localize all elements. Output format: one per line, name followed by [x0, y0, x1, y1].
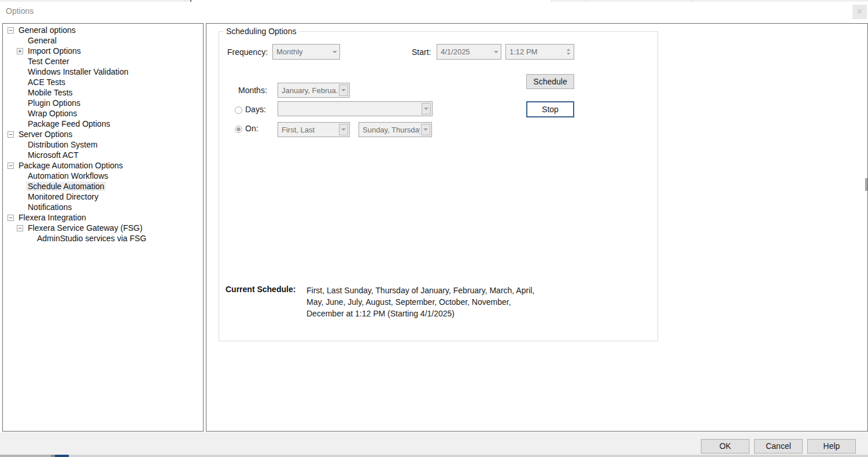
tree-item[interactable]: Package Feed Options [3, 119, 203, 129]
background-window-strip [0, 0, 868, 2]
frequency-value: Monthly [276, 47, 330, 56]
start-date-dropdown[interactable]: 4/1/2025 [437, 44, 501, 60]
tree-item-label[interactable]: Notifications [26, 202, 73, 212]
tree-item[interactable]: Monitored Directory [3, 191, 203, 202]
tree-item[interactable]: Plugin Options [3, 98, 203, 108]
dialog-footer: OK Cancel Help [0, 432, 868, 455]
tree-item-label[interactable]: Automation Workflows [26, 171, 110, 180]
dialog-title: Options [6, 6, 34, 16]
days-radio[interactable] [235, 106, 242, 114]
chevron-down-icon [492, 45, 501, 59]
on-weekday-value: Sunday, Thursday [363, 126, 420, 134]
current-schedule-text: First, Last Sunday, Thursday of January,… [306, 285, 534, 319]
tree-item[interactable]: General [3, 35, 203, 46]
options-dialog: Options ✕ −General optionsGeneral+Import… [0, 0, 868, 457]
chevron-down-icon [339, 124, 348, 135]
start-time-value: 1:12 PM [509, 47, 563, 56]
tree-item[interactable]: −Server Options [3, 129, 203, 139]
taskbar-segment [51, 455, 55, 457]
days-label: Days: [245, 105, 266, 114]
tree-item[interactable]: Microsoft ACT [3, 150, 203, 160]
tree-item-label[interactable]: Distribution System [26, 140, 99, 149]
top-strip-divider [184, 0, 185, 2]
spinner-up-down-icon[interactable] [563, 45, 574, 59]
tree-item[interactable]: −General options [3, 25, 203, 35]
on-ordinal-value: First, Last [282, 126, 338, 134]
tree-item-label[interactable]: Package Automation Options [17, 161, 125, 170]
tree-item[interactable]: −Flexera Service Gateway (FSG) [3, 223, 203, 233]
tree-item-label[interactable]: Plugin Options [26, 98, 82, 108]
months-value: January, Februa... [282, 86, 338, 95]
tree-item[interactable]: −Flexera Integration [3, 212, 203, 223]
tree-item[interactable]: −Package Automation Options [3, 160, 203, 171]
collapse-icon[interactable]: − [8, 27, 14, 34]
tree-item[interactable]: Automation Workflows [3, 171, 203, 181]
current-schedule-line: First, Last Sunday, Thursday of January,… [306, 285, 534, 296]
start-date-value: 4/1/2025 [441, 47, 492, 56]
tree-item-label[interactable]: Microsoft ACT [26, 150, 80, 160]
tree-item-label[interactable]: Wrap Options [26, 109, 79, 118]
tree-item-label[interactable]: Flexera Integration [17, 213, 88, 222]
on-label: On: [245, 124, 258, 133]
collapse-icon[interactable]: − [8, 163, 14, 169]
tree-item[interactable]: Notifications [3, 202, 203, 212]
tree-item[interactable]: Schedule Automation [3, 181, 203, 191]
tree-item-label[interactable]: Monitored Directory [26, 192, 100, 201]
on-ordinal-dropdown[interactable]: First, Last [278, 122, 350, 137]
tree-item-label[interactable]: General options [17, 25, 77, 35]
tree-item-label[interactable]: Test Center [26, 57, 71, 66]
top-strip-divider [190, 0, 191, 2]
start-label: Start: [412, 47, 431, 57]
tree-item[interactable]: AdminStudio services via FSG [3, 233, 203, 244]
chevron-down-icon [339, 84, 348, 96]
taskbar-strip [0, 455, 868, 457]
chevron-down-icon [421, 124, 430, 135]
tree-item-label[interactable]: ACE Tests [26, 78, 67, 87]
tree-item[interactable]: Mobile Tests [3, 87, 203, 98]
months-dropdown[interactable]: January, Februa... [278, 83, 350, 98]
scheduling-content-panel: Scheduling Options Frequency: Monthly St… [206, 23, 868, 432]
collapse-icon[interactable]: − [8, 131, 14, 138]
help-button[interactable]: Help [807, 439, 856, 454]
tree-item-label[interactable]: General [26, 36, 58, 45]
taskbar-segment [55, 455, 69, 457]
taskbar-segment [0, 455, 51, 457]
stop-button[interactable]: Stop [526, 101, 574, 117]
tree-item-label[interactable]: Mobile Tests [26, 88, 75, 97]
tree-item-label[interactable]: AdminStudio services via FSG [35, 234, 148, 243]
top-strip-divider [692, 0, 693, 2]
tree-item[interactable]: Test Center [3, 56, 203, 67]
tree-item[interactable]: +Import Options [3, 46, 203, 56]
frequency-label: Frequency: [227, 47, 268, 57]
tree-item-label[interactable]: Schedule Automation [26, 182, 106, 191]
cancel-button[interactable]: Cancel [754, 439, 803, 454]
current-schedule-label: Current Schedule: [226, 285, 296, 294]
close-icon[interactable]: ✕ [852, 5, 867, 19]
tree-item-label[interactable]: Windows Installer Validation [26, 67, 130, 76]
tree-item-label[interactable]: Import Options [26, 46, 83, 56]
top-strip-divider [585, 0, 586, 2]
on-radio[interactable] [235, 126, 242, 133]
options-tree[interactable]: −General optionsGeneral+Import OptionsTe… [2, 23, 204, 432]
ok-button[interactable]: OK [701, 439, 749, 454]
expand-icon[interactable]: + [17, 48, 23, 54]
scheduling-options-groupbox: Scheduling Options Frequency: Monthly St… [219, 31, 658, 341]
collapse-icon[interactable]: − [8, 215, 14, 221]
tree-item[interactable]: Wrap Options [3, 108, 203, 119]
days-dropdown[interactable] [278, 101, 433, 116]
tree-item-label[interactable]: Flexera Service Gateway (FSG) [26, 223, 144, 233]
frequency-dropdown[interactable]: Monthly [272, 44, 340, 60]
scrollbar-fragment[interactable] [865, 178, 867, 191]
top-strip-gap [191, 0, 551, 2]
tree-item-label[interactable]: Package Feed Options [26, 119, 112, 128]
collapse-icon[interactable]: − [17, 225, 23, 231]
tree-item[interactable]: ACE Tests [3, 77, 203, 87]
schedule-button[interactable]: Schedule [526, 74, 574, 89]
tree-item[interactable]: Distribution System [3, 139, 203, 150]
tree-item[interactable]: Windows Installer Validation [3, 67, 203, 77]
on-weekday-dropdown[interactable]: Sunday, Thursday [359, 122, 432, 137]
tree-item-label[interactable]: Server Options [17, 130, 74, 139]
start-time-spinner[interactable]: 1:12 PM [505, 44, 574, 60]
top-strip-divider [551, 0, 552, 2]
current-schedule-line: May, June, July, August, September, Octo… [306, 296, 534, 308]
